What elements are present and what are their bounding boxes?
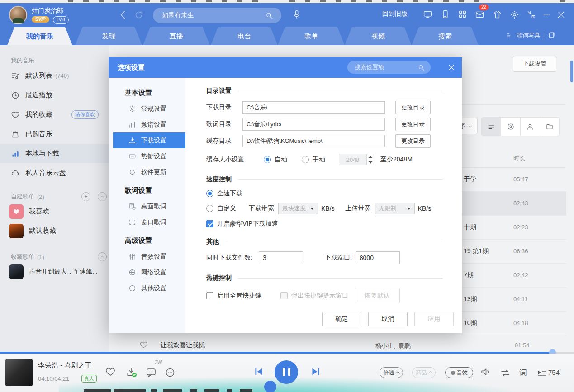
playlist-i-like[interactable]: 我喜欢: [0, 202, 109, 221]
scrollbar-thumb[interactable]: [570, 61, 573, 82]
cache-auto-radio[interactable]: [264, 156, 271, 163]
pause-button[interactable]: [275, 360, 298, 384]
sidebar-item-purchased-music[interactable]: 已购音乐: [0, 124, 109, 144]
sidebar-item-recent-play[interactable]: 最近播放: [0, 85, 109, 105]
menu-item-download-settings[interactable]: 下载设置: [113, 132, 185, 148]
change-lyric-dir-button[interactable]: 更改目录: [395, 118, 431, 131]
menu-item-general-settings[interactable]: 常规设置: [109, 101, 185, 117]
guess-you-like-badge[interactable]: 猜你喜欢: [71, 110, 99, 119]
previous-track-button[interactable]: [253, 366, 265, 378]
cache-size-value[interactable]: 2048: [339, 154, 367, 165]
now-playing-album-art[interactable]: [5, 359, 33, 386]
mini-mode-icon[interactable]: [527, 10, 536, 19]
comment-icon[interactable]: [146, 367, 157, 378]
like-heart-icon[interactable]: [105, 366, 116, 377]
download-dir-input[interactable]: [242, 101, 385, 114]
tab-video[interactable]: 视频: [345, 27, 412, 45]
vip-accel-label[interactable]: 开启豪华VIP下载加速: [217, 220, 278, 228]
apps-grid-icon[interactable]: [458, 9, 467, 19]
global-hotkey-label[interactable]: 启用全局快捷键: [217, 292, 261, 300]
sidebar-item-local-downloads[interactable]: 本地与下载: [0, 144, 109, 163]
more-options-icon[interactable]: [165, 367, 176, 378]
search-input[interactable]: 如果有来生: [162, 11, 194, 19]
sound-effect-button[interactable]: 音效: [445, 367, 473, 378]
add-playlist-button[interactable]: +: [81, 192, 90, 201]
minimize-icon[interactable]: [542, 10, 551, 19]
menu-item-network-settings[interactable]: 网络设置: [109, 264, 185, 280]
view-folder-button[interactable]: [540, 118, 559, 136]
cache-dir-input[interactable]: [242, 135, 385, 147]
full-speed-label[interactable]: 全速下载: [217, 189, 242, 198]
download-port-input[interactable]: [356, 251, 400, 264]
settings-search-box[interactable]: 搜索设置项: [347, 61, 431, 74]
skin-icon[interactable]: [493, 10, 502, 19]
view-album-button[interactable]: [501, 118, 521, 136]
menu-item-hotkey-settings[interactable]: 热键设置: [109, 148, 185, 164]
settings-gear-icon[interactable]: [510, 10, 519, 19]
cache-size-spinner[interactable]: 2048: [339, 154, 374, 165]
ok-button[interactable]: 确定: [322, 312, 361, 326]
cache-manual-radio[interactable]: [302, 156, 309, 163]
download-done-icon[interactable]: [126, 366, 138, 378]
tab-my-music[interactable]: 我的音乐: [7, 27, 72, 45]
tab-playlist[interactable]: 歌单: [278, 27, 345, 45]
lyric-dir-input[interactable]: [242, 118, 385, 131]
full-speed-radio[interactable]: [206, 190, 213, 197]
sidebar-item-cloud-disk[interactable]: 私人音乐云盘: [0, 163, 109, 183]
menu-item-window-lyrics[interactable]: 窗口歌词: [109, 214, 185, 230]
close-window-icon[interactable]: [556, 10, 566, 19]
search-icon[interactable]: [417, 64, 425, 71]
upload-bandwidth-select[interactable]: 无限制: [375, 203, 415, 214]
playlist-default-collection[interactable]: 默认收藏: [0, 221, 109, 241]
menu-item-software-update[interactable]: 软件更新: [109, 164, 185, 180]
refresh-icon[interactable]: [134, 10, 144, 20]
volume-icon[interactable]: [480, 366, 491, 378]
spinner-down-icon[interactable]: [367, 160, 374, 165]
search-box[interactable]: 如果有来生: [153, 8, 281, 23]
dialog-close-icon[interactable]: [445, 61, 458, 74]
change-cache-dir-button[interactable]: 更改目录: [395, 134, 431, 148]
quality-button[interactable]: 高品: [412, 367, 436, 378]
collapse-chevron-icon[interactable]: [98, 192, 107, 201]
custom-speed-radio[interactable]: [206, 205, 213, 212]
menu-item-sound-effect-settings[interactable]: 音效设置: [109, 249, 185, 264]
song-artist[interactable]: 杨小壮、鹏鹏: [375, 342, 411, 350]
download-bandwidth-select[interactable]: 最快速度: [278, 203, 318, 214]
view-list-button[interactable]: [482, 118, 501, 136]
username[interactable]: 灶门炭治郎: [32, 7, 63, 15]
listen-recognize-icon[interactable]: [292, 9, 302, 19]
tab-search[interactable]: 搜索: [412, 27, 479, 45]
collapse-chevron-icon[interactable]: [98, 252, 107, 261]
playlist-collected[interactable]: 声音开到最大，车速飙...: [0, 262, 109, 281]
message-icon[interactable]: [475, 10, 484, 19]
duration-column-header[interactable]: 时长: [513, 154, 525, 162]
sidebar-item-my-favorites[interactable]: 我的收藏 猜你喜欢: [0, 105, 109, 124]
avatar[interactable]: [9, 6, 27, 24]
lyrics-button[interactable]: 词: [519, 368, 527, 378]
back-to-old-version-link[interactable]: 回到旧版: [382, 10, 408, 18]
cancel-button[interactable]: 取消: [368, 312, 408, 326]
custom-speed-label[interactable]: 自定义: [217, 204, 236, 213]
song-row[interactable]: 让我欢喜让我忧 杨小壮、鹏鹏 01:54: [109, 339, 574, 353]
vip-accel-checkbox[interactable]: [206, 220, 213, 227]
next-track-button[interactable]: [310, 366, 322, 378]
tv-cast-icon[interactable]: [423, 9, 432, 19]
now-playing-title[interactable]: 李荣浩 - 喜剧之王: [38, 361, 91, 370]
back-icon[interactable]: [118, 9, 129, 21]
heart-icon[interactable]: [139, 340, 148, 349]
sidebar-item-default-list[interactable]: 默认列表 (740): [0, 66, 109, 85]
mobile-icon[interactable]: [441, 9, 450, 19]
tab-discover[interactable]: 发现: [75, 27, 142, 45]
download-settings-button[interactable]: 下载设置: [513, 56, 556, 72]
global-hotkey-checkbox[interactable]: [206, 292, 213, 299]
play-mode-icon[interactable]: [500, 368, 511, 378]
playback-speed-button[interactable]: 倍速: [380, 367, 403, 378]
mini-player-icon[interactable]: [548, 32, 555, 39]
search-icon[interactable]: [265, 11, 274, 20]
song-title[interactable]: 让我欢喜让我忧: [161, 341, 205, 349]
tab-radio[interactable]: 电台: [211, 27, 278, 45]
spinner-up-icon[interactable]: [367, 154, 374, 160]
concurrent-downloads-input[interactable]: [259, 251, 303, 264]
change-download-dir-button[interactable]: 更改目录: [395, 101, 431, 114]
view-artist-button[interactable]: [521, 118, 540, 136]
